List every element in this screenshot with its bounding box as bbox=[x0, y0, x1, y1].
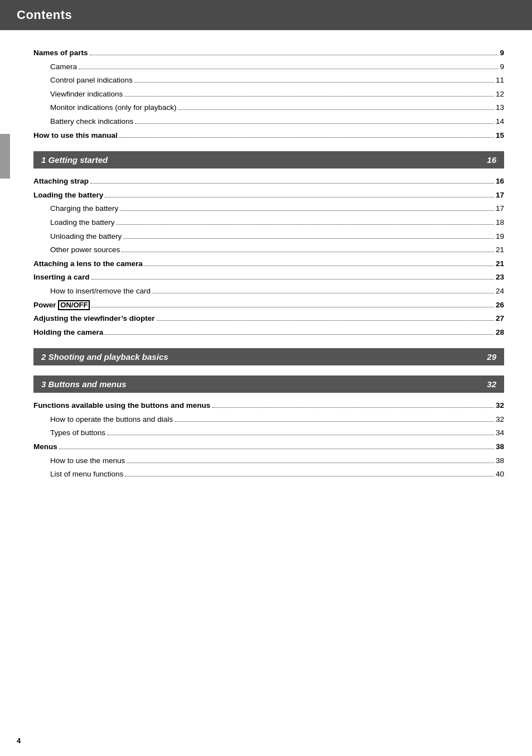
toc-label: Power ON/OFF bbox=[33, 299, 90, 311]
toc-entry-operate-buttons: How to operate the buttons and dials 32 bbox=[33, 413, 504, 426]
toc-entry-how-to-use-menus: How to use the menus 38 bbox=[33, 455, 504, 467]
toc-label: Inserting a card bbox=[33, 271, 90, 283]
toc-entry-viewfinder: Viewfinder indications 12 bbox=[33, 88, 504, 100]
toc-page: 14 bbox=[496, 115, 504, 128]
toc-label: Control panel indications bbox=[50, 74, 133, 86]
section-page-1: 16 bbox=[487, 155, 496, 165]
toc-label: Loading the battery bbox=[50, 216, 115, 229]
toc-page: 17 bbox=[496, 189, 504, 201]
toc-label: Attaching a lens to the camera bbox=[33, 258, 143, 270]
toc-label: How to use the menus bbox=[50, 455, 125, 467]
toc-label: How to use this manual bbox=[33, 129, 118, 142]
toc-entry-types-buttons: Types of buttons 34 bbox=[33, 427, 504, 439]
toc-label: Names of parts bbox=[33, 47, 88, 59]
toc-page: 34 bbox=[496, 427, 504, 439]
toc-label: Other power sources bbox=[50, 244, 120, 256]
section-page-2: 29 bbox=[487, 352, 496, 362]
toc-dots bbox=[90, 55, 499, 55]
toc-label: Attaching strap bbox=[33, 175, 89, 187]
toc-section-getting-started: Attaching strap 16 Loading the battery 1… bbox=[33, 175, 504, 338]
toc-section-names-of-parts: Names of parts 9 Camera 9 Control panel … bbox=[33, 47, 504, 141]
toc-dots bbox=[144, 266, 494, 266]
section-bar-3: 3 Buttons and menus 32 bbox=[33, 375, 504, 393]
page-number: 4 bbox=[17, 736, 21, 745]
toc-page: 12 bbox=[496, 88, 504, 100]
toc-page: 9 bbox=[500, 61, 504, 73]
toc-label: List of menu functions bbox=[50, 468, 123, 480]
toc-entry-loading-battery-sub: Loading the battery 18 bbox=[33, 216, 504, 229]
toc-page: 27 bbox=[496, 312, 504, 325]
toc-page: 15 bbox=[496, 129, 504, 142]
toc-dots bbox=[157, 320, 494, 321]
toc-page: 19 bbox=[496, 230, 504, 243]
toc-page: 32 bbox=[496, 413, 504, 426]
toc-entry-control-panel: Control panel indications 11 bbox=[33, 74, 504, 86]
toc-page: 21 bbox=[496, 244, 504, 256]
toc-entry-names-of-parts: Names of parts 9 bbox=[33, 47, 504, 59]
toc-page: 16 bbox=[496, 175, 504, 187]
section-number-1: 1 Getting started bbox=[41, 155, 108, 165]
toc-entry-diopter: Adjusting the viewfinder’s diopter 27 bbox=[33, 312, 504, 325]
toc-entry-power-on-off: Power ON/OFF 26 bbox=[33, 299, 504, 311]
toc-dots bbox=[91, 307, 494, 307]
toc-page: 28 bbox=[496, 326, 504, 339]
toc-page: 38 bbox=[496, 441, 504, 453]
section-bar-2: 2 Shooting and playback basics 29 bbox=[33, 348, 504, 365]
toc-dots bbox=[135, 123, 494, 124]
toc-dots bbox=[178, 109, 494, 110]
toc-dots bbox=[134, 82, 494, 83]
section-number-2: 2 Shooting and playback basics bbox=[41, 352, 168, 362]
toc-dots bbox=[79, 69, 498, 69]
toc-entry-attaching-lens: Attaching a lens to the camera 21 bbox=[33, 258, 504, 270]
toc-entry-camera: Camera 9 bbox=[33, 61, 504, 73]
toc-page: 11 bbox=[496, 74, 504, 86]
toc-entry-list-menu-functions: List of menu functions 40 bbox=[33, 468, 504, 480]
toc-page: 21 bbox=[496, 258, 504, 270]
toc-entry-attaching-strap: Attaching strap 16 bbox=[33, 175, 504, 187]
page-container: Contents Names of parts 9 Camera 9 Contr… bbox=[0, 0, 532, 756]
toc-label: Adjusting the viewfinder’s diopter bbox=[33, 312, 155, 325]
section-number-3: 3 Buttons and menus bbox=[41, 379, 127, 389]
toc-page: 17 bbox=[496, 203, 504, 215]
toc-dots bbox=[59, 449, 494, 449]
toc-label: How to operate the buttons and dials bbox=[50, 413, 173, 426]
toc-entry-loading-battery: Loading the battery 17 bbox=[33, 189, 504, 201]
toc-entry-menus: Menus 38 bbox=[33, 441, 504, 453]
toc-dots bbox=[105, 197, 494, 198]
toc-entry-how-to-use: How to use this manual 15 bbox=[33, 129, 504, 142]
toc-label: How to insert/remove the card bbox=[50, 285, 151, 297]
toc-page: 24 bbox=[496, 285, 504, 297]
toc-dots bbox=[152, 293, 494, 293]
toc-label: Monitor indications (only for playback) bbox=[50, 102, 177, 114]
toc-dots bbox=[124, 96, 494, 97]
toc-section-buttons-menus: Functions available using the buttons an… bbox=[33, 399, 504, 480]
toc-label: Camera bbox=[50, 61, 77, 73]
toc-entry-unloading-battery: Unloading the battery 19 bbox=[33, 230, 504, 243]
toc-dots bbox=[117, 224, 494, 225]
toc-dots bbox=[120, 210, 494, 211]
toc-dots bbox=[91, 279, 494, 280]
toc-page: 9 bbox=[500, 47, 504, 59]
toc-entry-monitor: Monitor indications (only for playback) … bbox=[33, 102, 504, 114]
toc-dots bbox=[175, 421, 494, 422]
toc-dots bbox=[122, 252, 494, 252]
toc-page: 13 bbox=[496, 102, 504, 114]
toc-label: Battery check indications bbox=[50, 115, 133, 128]
toc-entry-battery-check: Battery check indications 14 bbox=[33, 115, 504, 128]
toc-entry-insert-remove-card: How to insert/remove the card 24 bbox=[33, 285, 504, 297]
toc-entry-other-power: Other power sources 21 bbox=[33, 244, 504, 256]
toc-entry-charging-battery: Charging the battery 17 bbox=[33, 203, 504, 215]
toc-entry-inserting-card: Inserting a card 23 bbox=[33, 271, 504, 283]
toc-page: 18 bbox=[496, 216, 504, 229]
toc-dots bbox=[119, 137, 494, 138]
toc-label: Viewfinder indications bbox=[50, 88, 123, 100]
section-bar-1: 1 Getting started 16 bbox=[33, 151, 504, 168]
toc-dots bbox=[125, 476, 494, 476]
toc-dots bbox=[90, 183, 494, 184]
toc-label: Menus bbox=[33, 441, 57, 453]
content-area: Names of parts 9 Camera 9 Control panel … bbox=[0, 30, 532, 502]
contents-title: Contents bbox=[17, 8, 72, 22]
toc-page: 32 bbox=[496, 399, 504, 412]
toc-dots bbox=[107, 435, 494, 435]
toc-label: Holding the camera bbox=[33, 326, 103, 339]
